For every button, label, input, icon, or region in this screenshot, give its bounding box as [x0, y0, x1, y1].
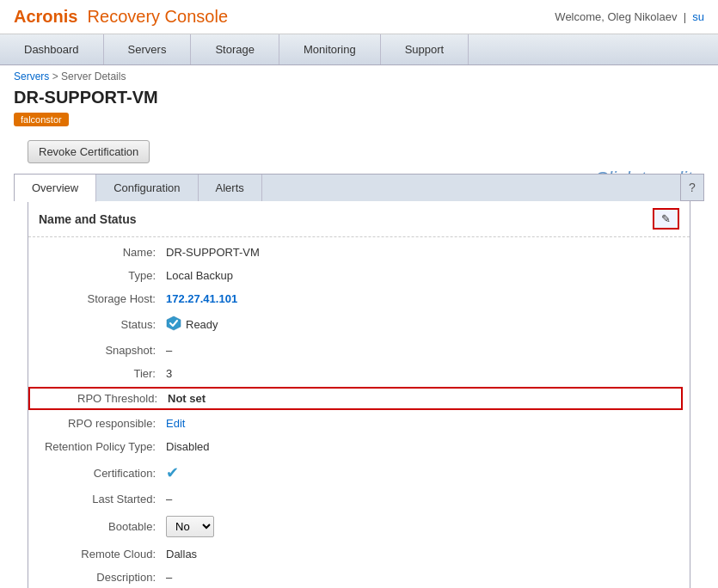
value-last-started: – [166, 493, 172, 505]
value-rpo-threshold: Not set [168, 392, 206, 405]
label-rpo-responsible: RPO responsible: [28, 417, 166, 430]
value-type: Local Backup [166, 269, 233, 282]
label-last-started: Last Started: [28, 493, 166, 505]
row-description: Description: – [28, 566, 690, 588]
nav-support[interactable]: Support [381, 34, 469, 64]
value-snapshot: – [166, 344, 172, 357]
tab-help-icon[interactable]: ? [680, 174, 704, 201]
label-status: Status: [28, 318, 166, 331]
label-storage-host: Storage Host: [28, 292, 166, 305]
nav-storage[interactable]: Storage [191, 34, 279, 64]
logo: Acronis Recovery Console [14, 7, 228, 27]
row-rpo-responsible: RPO responsible: Edit [28, 412, 690, 435]
nav-servers[interactable]: Servers [104, 34, 192, 64]
name-status-section-header: Name and Status ✎ [28, 201, 690, 237]
label-snapshot: Snapshot: [28, 344, 166, 357]
label-rpo-threshold: RPO Threshold: [30, 392, 168, 405]
row-status: Status: Ready [28, 310, 690, 339]
breadcrumb-separator: > [52, 70, 61, 83]
form-rows: Name: DR-SUPPORT-VM Type: Local Backup S… [28, 237, 690, 588]
bootable-select[interactable]: No Yes [166, 516, 214, 537]
label-certification: Certification: [28, 467, 166, 480]
row-name: Name: DR-SUPPORT-VM [28, 241, 690, 264]
row-retention-policy: Retention Policy Type: Disabled [28, 435, 690, 458]
tab-overview[interactable]: Overview [15, 175, 96, 202]
tag-badge: falconstor [14, 113, 69, 126]
value-tier: 3 [166, 367, 172, 380]
nav-dashboard[interactable]: Dashboard [0, 34, 104, 64]
row-rpo-threshold: RPO Threshold: Not set [28, 387, 683, 410]
status-text: Ready [186, 318, 218, 331]
tabs-wrapper: Overview Configuration Alerts ? Name and… [14, 174, 704, 588]
header: Acronis Recovery Console Welcome, Oleg N… [0, 0, 718, 34]
value-certification: ✔ [166, 463, 179, 482]
row-tier: Tier: 3 [28, 362, 690, 385]
label-type: Type: [28, 269, 166, 282]
rpo-responsible-edit-link[interactable]: Edit [166, 417, 185, 430]
content-area: Name and Status ✎ Name: DR-SUPPORT-VM Ty… [28, 201, 690, 588]
value-status: Ready [166, 315, 218, 334]
row-last-started: Last Started: – [28, 487, 690, 511]
row-type: Type: Local Backup [28, 264, 690, 287]
label-tier: Tier: [28, 367, 166, 380]
welcome-text: Welcome, Oleg Nikolaev [555, 10, 677, 23]
breadcrumb-current: Server Details [61, 70, 126, 83]
value-retention-policy: Disabled [166, 440, 210, 453]
status-ready-icon [166, 315, 181, 331]
logo-appname: Recovery Console [83, 7, 228, 26]
label-name: Name: [28, 246, 166, 259]
page-title: DR-SUPPORT-VM [0, 84, 718, 109]
label-remote-cloud: Remote Cloud: [28, 548, 166, 560]
user-link[interactable]: su [692, 10, 704, 23]
section-title-name-status: Name and Status [39, 212, 137, 226]
label-description: Description: [28, 571, 166, 584]
tabs: Overview Configuration Alerts ? [14, 174, 704, 201]
label-retention-policy: Retention Policy Type: [28, 440, 166, 453]
tab-alerts[interactable]: Alerts [199, 175, 262, 201]
header-right: Welcome, Oleg Nikolaev | su [555, 10, 704, 23]
logo-acronis: Acronis [14, 7, 77, 26]
tab-configuration[interactable]: Configuration [96, 175, 198, 201]
value-remote-cloud: Dallas [166, 548, 197, 560]
svg-marker-0 [167, 316, 181, 330]
row-remote-cloud: Remote Cloud: Dallas [28, 542, 690, 566]
row-storage-host: Storage Host: 172.27.41.101 [28, 287, 690, 310]
value-description: – [166, 571, 172, 584]
label-bootable: Bootable: [28, 520, 166, 533]
breadcrumb: Servers > Server Details [0, 65, 718, 84]
row-snapshot: Snapshot: – [28, 339, 690, 362]
value-storage-host: 172.27.41.101 [166, 292, 237, 305]
revoke-certification-button[interactable]: Revoke Certification [28, 140, 150, 163]
nav-bar: Dashboard Servers Storage Monitoring Sup… [0, 34, 718, 65]
value-name: DR-SUPPORT-VM [166, 246, 260, 259]
row-bootable: Bootable: No Yes [28, 511, 690, 542]
nav-monitoring[interactable]: Monitoring [279, 34, 381, 64]
row-certification: Certification: ✔ [28, 458, 690, 487]
breadcrumb-servers-link[interactable]: Servers [14, 70, 49, 83]
name-status-edit-button[interactable]: ✎ [653, 208, 679, 230]
